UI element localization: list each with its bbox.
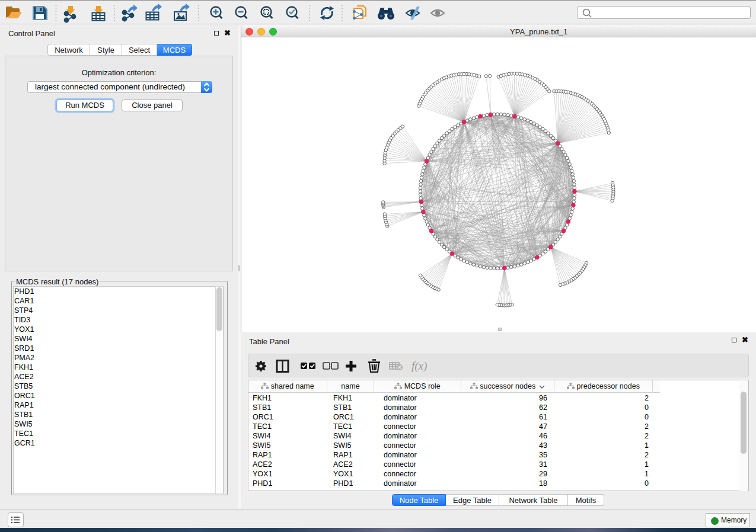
svg-text:f(x): f(x) xyxy=(412,360,427,373)
